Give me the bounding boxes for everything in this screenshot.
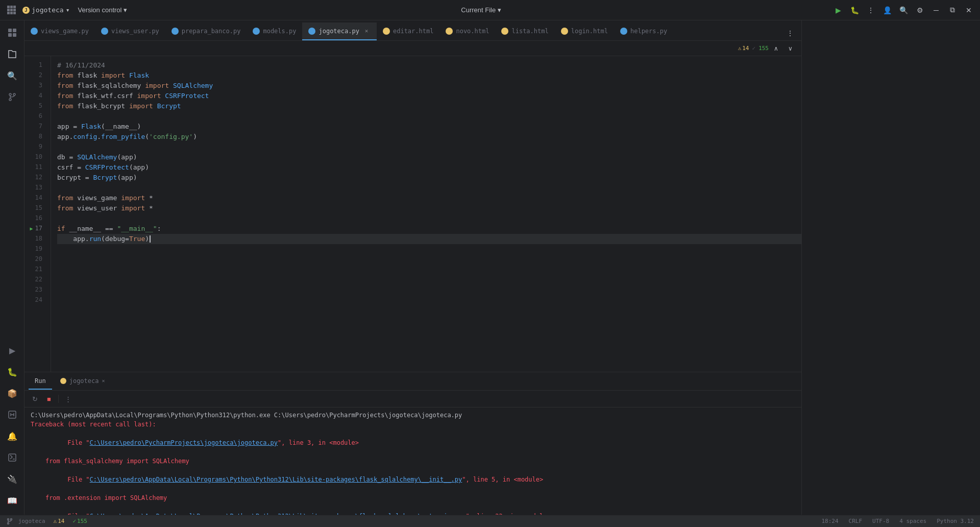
sidebar-terminal-button[interactable] xyxy=(2,447,22,468)
error-file-3: File "C:\Users\pedro\AppData\Local\Progr… xyxy=(31,502,795,515)
sidebar-project-button[interactable] xyxy=(2,22,22,43)
svg-point-6 xyxy=(13,93,15,95)
app-logo: J xyxy=(22,7,30,14)
line-numbers: 1 2 3 4 5 6 7 8 9 10 11 12 13 14 15 16 ▶… xyxy=(24,56,51,372)
sidebar-run-button[interactable]: ▶ xyxy=(2,340,22,361)
jogoteca-run-icon xyxy=(60,378,66,384)
search-button[interactable]: 🔍 xyxy=(896,3,911,17)
code-line-10: db = SQLAlchemy(app) xyxy=(57,152,801,162)
svg-point-5 xyxy=(9,99,11,101)
tab-login[interactable]: login.html xyxy=(555,22,614,40)
sidebar-packages-button[interactable]: 📦 xyxy=(2,383,22,403)
tab-icon-lista xyxy=(501,28,508,35)
sidebar-plugins-button[interactable]: 🔌 xyxy=(2,469,22,489)
code-line-17: if __name__ == "__main__": xyxy=(57,224,801,234)
more-run-options-button[interactable]: ⋮ xyxy=(62,393,74,405)
sidebar-learn-button[interactable]: 📖 xyxy=(2,490,22,511)
title-right: ▶ 🐛 ⋮ 👤 🔍 ⚙ ─ ⧉ ✕ xyxy=(831,3,976,17)
close-button[interactable]: ✕ xyxy=(962,3,976,17)
run-arrow-icon: ▶ xyxy=(30,225,33,233)
settings-button[interactable]: ⚙ xyxy=(913,3,927,17)
code-line-19 xyxy=(57,244,801,254)
line-16: 16 xyxy=(24,213,46,224)
line-21: 21 xyxy=(24,265,46,275)
error-path-1[interactable]: C:\Users\pedro\PycharmProjects\jogoteca\… xyxy=(90,439,278,446)
tab-models[interactable]: models.py xyxy=(247,22,302,40)
run-button[interactable]: ▶ xyxy=(831,3,845,17)
status-position[interactable]: 18:24 xyxy=(819,518,840,524)
code-line-15: from views_user import * xyxy=(57,203,801,213)
tab-prepara-banco[interactable]: prepara_banco.py xyxy=(165,22,247,40)
status-git-branch[interactable]: jogoteca xyxy=(4,518,47,525)
line-7: 7 xyxy=(24,122,46,132)
tab-label-jogoteca: jogoteca.py xyxy=(318,28,359,35)
stop-button[interactable]: ■ xyxy=(43,393,55,405)
tab-views-game[interactable]: views_game.py xyxy=(24,22,95,40)
tab-views-user[interactable]: views_user.py xyxy=(95,22,165,40)
toolbar-separator xyxy=(58,395,59,403)
line-17: ▶17 xyxy=(24,224,46,234)
profile-button[interactable]: 👤 xyxy=(880,3,894,17)
status-line-endings[interactable]: CRLF xyxy=(847,518,865,524)
sidebar-debug-button[interactable]: 🐛 xyxy=(2,362,22,382)
status-python-version[interactable]: Python 3.12 xyxy=(935,518,976,524)
bottom-tab-run-label: Run xyxy=(35,377,46,385)
bottom-tab-jogoteca[interactable]: jogoteca ✕ xyxy=(54,373,111,390)
code-editor[interactable]: # 16/11/2024 from flask import Flask fro… xyxy=(51,56,801,372)
run-command-line: C:\Users\pedro\AppData\Local\Programs\Py… xyxy=(31,411,795,420)
sidebar-notifications-button[interactable]: 🔔 xyxy=(2,426,22,446)
sidebar-explorer-button[interactable] xyxy=(2,44,22,64)
tab-icon-novo xyxy=(446,28,453,35)
line-6: 6 xyxy=(24,111,46,122)
status-indent[interactable]: 4 spaces xyxy=(897,518,928,524)
gutter-expand-button[interactable]: ∧ xyxy=(769,41,783,56)
minimize-button[interactable]: ─ xyxy=(929,3,943,17)
line-3: 3 xyxy=(24,81,46,91)
version-control-button[interactable]: Version control ▾ xyxy=(74,4,131,16)
tab-close-jogoteca[interactable]: ✕ xyxy=(362,27,371,35)
error-path-2[interactable]: C:\Users\pedro\AppData\Local\Programs\Py… xyxy=(90,476,462,483)
line-18: 18 xyxy=(24,234,46,244)
code-line-8: app.config.from_pyfile('config.py') xyxy=(57,132,801,142)
tab-icon-views-game xyxy=(31,28,38,35)
tab-icon-editar xyxy=(383,28,390,35)
code-line-23 xyxy=(57,285,801,295)
bottom-tab-jogoteca-close[interactable]: ✕ xyxy=(102,378,105,384)
gutter-collapse-button[interactable]: ∨ xyxy=(783,41,797,56)
tab-editar[interactable]: editar.html xyxy=(377,22,439,40)
status-ok-count[interactable]: ✓ 155 xyxy=(70,518,89,524)
svg-point-4 xyxy=(9,93,11,95)
terminal-output[interactable]: C:\Users\pedro\AppData\Local\Programs\Py… xyxy=(24,408,801,515)
line-24: 24 xyxy=(24,295,46,305)
debug-button[interactable]: 🐛 xyxy=(847,3,862,17)
hamburger-menu-button[interactable] xyxy=(4,3,18,17)
tab-helpers[interactable]: helpers.py xyxy=(614,22,673,40)
tab-novo[interactable]: novo.html xyxy=(439,22,495,40)
cursor xyxy=(150,235,151,243)
status-encoding[interactable]: UTF-8 xyxy=(870,518,891,524)
sidebar-vcs-button[interactable] xyxy=(2,87,22,107)
restore-button[interactable]: ⧉ xyxy=(945,3,960,17)
tab-label-login: login.html xyxy=(571,28,608,35)
status-warnings[interactable]: ⚠ 14 xyxy=(52,518,67,524)
more-options-button[interactable]: ⋮ xyxy=(864,3,878,17)
line-12: 12 xyxy=(24,173,46,183)
rerun-button[interactable]: ↻ xyxy=(29,393,41,405)
tab-more-options[interactable]: ⋮ xyxy=(783,26,797,40)
code-line-7: app = Flask(__name__) xyxy=(57,122,801,132)
tab-label-novo: novo.html xyxy=(456,28,489,35)
code-line-4: from flask_wtf.csrf import CSRFProtect xyxy=(57,91,801,101)
sidebar-git-button[interactable] xyxy=(2,404,22,425)
tab-lista[interactable]: lista.html xyxy=(495,22,554,40)
editor-area: views_game.py views_user.py prepara_banc… xyxy=(24,20,801,515)
tab-label-prepara-banco: prepara_banco.py xyxy=(182,28,241,35)
code-line-14: from views_game import * xyxy=(57,193,801,203)
sidebar-search-button[interactable]: 🔍 xyxy=(2,65,22,86)
status-left: jogoteca ⚠ 14 ✓ 155 xyxy=(4,518,89,525)
tab-jogoteca[interactable]: jogoteca.py ✕ xyxy=(302,22,376,40)
tab-icon-login xyxy=(561,28,568,35)
bottom-tab-run[interactable]: Run xyxy=(29,373,52,390)
tab-label-lista: lista.html xyxy=(511,28,548,35)
app-name: jogoteca xyxy=(32,6,64,14)
current-file-button[interactable]: Current File ▾ xyxy=(457,4,505,16)
